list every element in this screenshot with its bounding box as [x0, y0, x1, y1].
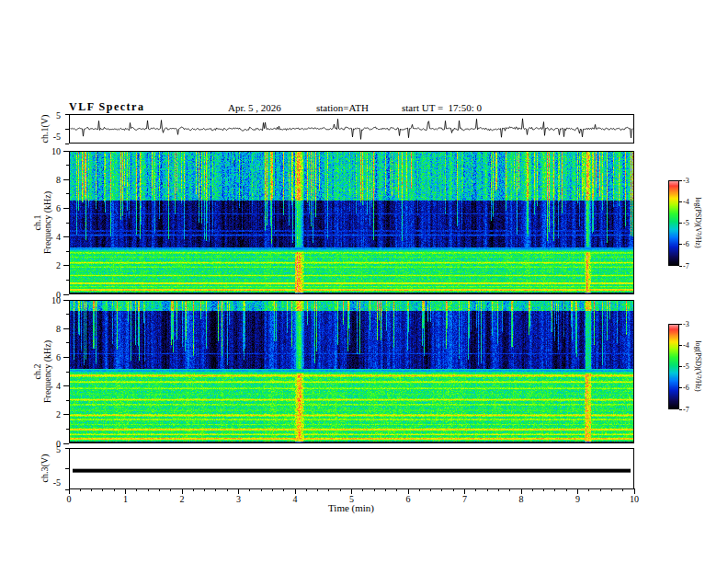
- ch1-waveform-canvas: [70, 115, 633, 143]
- x-axis-tick: [193, 488, 194, 491]
- x-axis-tick: [611, 488, 612, 491]
- colorbar-tick-label: -7: [683, 406, 700, 414]
- y-axis-tick-label: 2: [40, 409, 61, 419]
- x-axis-tick: [543, 488, 544, 491]
- x-axis-tick: [227, 488, 228, 491]
- ylabel-ch1-frequency-line2: Frequency (kHz): [42, 191, 52, 254]
- x-axis-tick: [80, 488, 81, 491]
- y-axis-tick-label: -5: [40, 477, 61, 488]
- y-axis-tick: [63, 385, 69, 386]
- colorbar-tick: [679, 244, 682, 245]
- y-axis-tick: [66, 223, 69, 224]
- y-axis-tick: [66, 280, 69, 281]
- x-axis-tick-label: 5: [345, 494, 359, 504]
- x-axis-tick: [148, 488, 149, 491]
- header-date: Apr. 5 , 2026: [228, 102, 281, 113]
- x-axis-tick: [385, 488, 386, 491]
- y-axis-tick: [63, 328, 69, 329]
- y-axis-tick: [63, 236, 69, 237]
- y-axis-tick: [63, 294, 69, 295]
- panel-ch1-spectrogram: [69, 151, 634, 294]
- y-axis-tick: [65, 448, 69, 449]
- ch3-waveform-canvas: [70, 449, 633, 488]
- colorbar-tick: [679, 201, 682, 202]
- ylabel-ch2-frequency-line2: Frequency (kHz): [42, 340, 52, 403]
- x-axis-tick: [136, 488, 137, 491]
- y-axis-tick: [63, 357, 69, 358]
- y-axis-tick-label: 8: [40, 175, 61, 185]
- colorbar-tick: [679, 409, 682, 410]
- y-axis-tick-label: 6: [40, 352, 61, 362]
- panel-ch3-waveform: [69, 448, 634, 489]
- y-axis-tick-label: 5: [40, 444, 61, 454]
- ch2-spectrogram-canvas: [70, 301, 633, 442]
- x-axis-tick: [374, 488, 375, 491]
- x-axis-tick: [249, 488, 250, 491]
- panel-ch1-waveform: [69, 114, 634, 144]
- y-axis-tick: [66, 372, 69, 373]
- y-axis-tick: [66, 165, 69, 166]
- x-axis-tick-label: 7: [458, 494, 472, 504]
- vlf-spectra-figure: VLF Spectra Apr. 5 , 2026 station=ATH st…: [0, 0, 728, 563]
- y-axis-tick-label: 8: [40, 324, 61, 334]
- y-axis-tick-label: 5: [40, 110, 61, 121]
- x-axis-tick: [328, 488, 329, 491]
- y-axis-tick: [66, 400, 69, 401]
- colorbar-tick: [679, 324, 682, 325]
- x-axis-tick: [283, 488, 284, 491]
- y-axis-tick-label: 6: [40, 203, 61, 213]
- x-axis-tick: [600, 488, 601, 491]
- x-axis-tick: [362, 488, 363, 491]
- x-axis-tick: [340, 488, 341, 491]
- x-axis-tick: [419, 488, 420, 491]
- ylabel-ch2-frequency-line1: ch.2: [32, 340, 42, 403]
- y-axis-tick: [65, 114, 69, 115]
- y-axis-tick: [66, 193, 69, 194]
- y-axis-tick: [63, 443, 69, 444]
- x-axis-tick: [566, 488, 567, 491]
- y-axis-tick-label: 4: [40, 381, 61, 391]
- x-axis-tick-label: 2: [175, 494, 189, 504]
- x-axis-tick: [622, 488, 623, 491]
- x-axis-tick: [114, 488, 115, 491]
- y-axis-tick: [65, 129, 69, 130]
- x-axis-tick: [487, 488, 488, 491]
- colorbar-tick: [679, 345, 682, 346]
- y-axis-tick: [63, 179, 69, 180]
- y-axis-tick-label: -5: [40, 132, 61, 142]
- colorbar-tick: [679, 180, 682, 181]
- y-axis-tick-label: 10: [40, 146, 61, 156]
- y-axis-tick: [66, 429, 69, 430]
- x-axis-tick: [441, 488, 442, 491]
- x-axis-tick: [317, 488, 318, 491]
- colorbar-ch1-canvas: [669, 181, 678, 265]
- y-axis-tick-label: 2: [40, 260, 61, 270]
- x-axis-tick: [261, 488, 262, 491]
- x-axis-tick: [396, 488, 397, 491]
- x-axis-tick-label: 4: [288, 494, 302, 504]
- colorbar-tick-label: -4: [683, 198, 700, 206]
- x-axis-tick: [91, 488, 92, 491]
- colorbar-tick-label: -5: [683, 362, 700, 371]
- colorbar-tick-label: -6: [683, 384, 700, 392]
- figure-title: VLF Spectra: [69, 100, 144, 114]
- y-axis-tick-label: 4: [40, 232, 61, 242]
- x-axis-tick-label: 8: [514, 494, 529, 504]
- header-station: station=ATH: [316, 102, 369, 113]
- x-axis-tick: [498, 488, 499, 491]
- colorbar-tick-label: -3: [683, 177, 700, 185]
- colorbar-tick: [679, 387, 682, 388]
- colorbar-tick-label: -3: [683, 320, 700, 328]
- colorbar-tick: [679, 223, 682, 224]
- y-axis-tick: [66, 342, 69, 343]
- x-axis-tick: [532, 488, 533, 491]
- x-axis-tick: [159, 488, 160, 491]
- y-axis-tick-label: 10: [40, 295, 61, 305]
- x-axis-tick: [306, 488, 307, 491]
- x-axis-tick-label: 6: [401, 494, 415, 504]
- header-start-ut: start UT = 17:50: 0: [402, 102, 482, 113]
- colorbar-tick: [679, 266, 682, 267]
- colorbar-tick: [679, 366, 682, 367]
- y-axis-tick: [66, 314, 69, 315]
- x-axis-tick: [588, 488, 589, 491]
